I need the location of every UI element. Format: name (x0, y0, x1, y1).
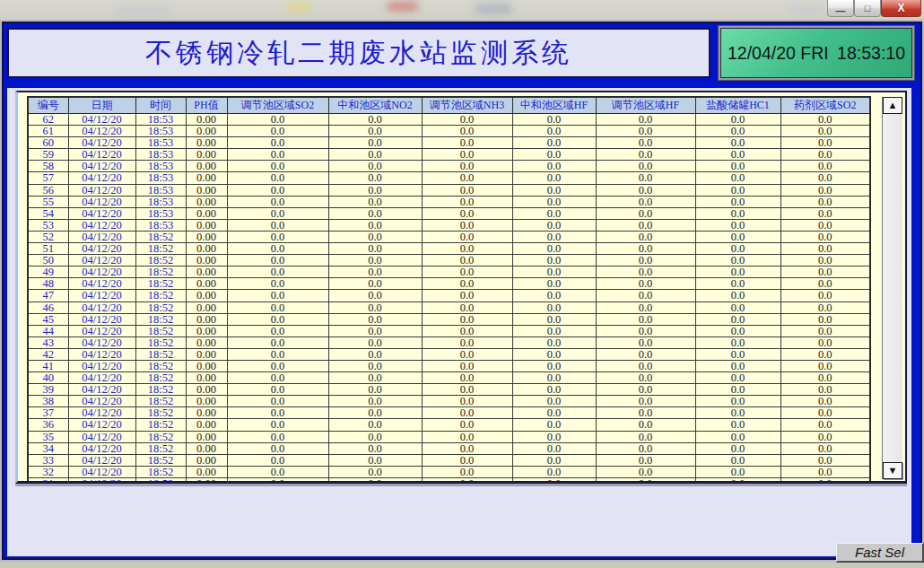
row-value: 0.0 (328, 231, 422, 242)
row-value: 0.0 (328, 267, 422, 278)
row-value: 0.0 (422, 301, 512, 313)
row-value: 0.0 (695, 396, 780, 407)
column-header: 中和池区域NO2 (328, 97, 422, 114)
row-id: 40 (28, 372, 68, 384)
fast-sel-label: Fast Sel (855, 545, 904, 560)
row-time: 18:52 (135, 407, 186, 419)
row-value: 0.0 (780, 466, 870, 477)
row-ph: 0.00 (186, 325, 227, 336)
row-value: 0.0 (695, 325, 780, 336)
scroll-up-button[interactable]: ▲ (883, 97, 902, 114)
row-value: 0.0 (780, 442, 870, 454)
row-value: 0.0 (780, 336, 870, 348)
row-value: 0.0 (780, 255, 870, 267)
row-value: 0.0 (596, 336, 695, 348)
row-id: 32 (28, 466, 68, 477)
row-value: 0.0 (512, 454, 596, 466)
row-value: 0.0 (596, 384, 695, 396)
row-id: 41 (28, 360, 68, 371)
table-row: 5804/12/2018:530.000.00.00.00.00.00.00.0 (28, 161, 870, 172)
row-value: 0.0 (596, 196, 695, 207)
row-date: 04/12/20 (68, 372, 135, 384)
table-row: 4104/12/2018:520.000.00.00.00.00.00.00.0 (28, 360, 870, 371)
scroll-up-icon: ▲ (888, 100, 898, 110)
row-value: 0.0 (780, 137, 870, 149)
row-time: 18:52 (135, 348, 186, 360)
scroll-down-button[interactable]: ▼ (883, 462, 902, 479)
row-ph: 0.00 (186, 477, 227, 482)
row-value: 0.0 (512, 290, 596, 301)
row-value: 0.0 (695, 477, 780, 482)
row-ph: 0.00 (186, 126, 227, 137)
row-date: 04/12/20 (68, 219, 135, 231)
restore-icon: □ (865, 4, 871, 13)
row-value: 0.0 (422, 231, 512, 242)
row-value: 0.0 (328, 348, 422, 360)
row-value: 0.0 (596, 407, 695, 419)
column-header: 调节池区域HF (596, 97, 695, 114)
row-date: 04/12/20 (68, 454, 135, 466)
row-time: 18:52 (135, 313, 186, 325)
close-icon: X (897, 3, 904, 13)
row-date: 04/12/20 (68, 172, 135, 184)
row-date: 04/12/20 (68, 161, 135, 172)
row-value: 0.0 (227, 172, 328, 184)
row-value: 0.0 (422, 466, 512, 477)
row-value: 0.0 (328, 243, 422, 255)
row-ph: 0.00 (186, 207, 227, 219)
row-ph: 0.00 (186, 419, 227, 431)
row-value: 0.0 (596, 313, 695, 325)
row-ph: 0.00 (186, 454, 227, 466)
background-blur-blob (287, 2, 310, 11)
row-ph: 0.00 (186, 407, 227, 419)
row-value: 0.0 (695, 137, 780, 149)
row-value: 0.0 (328, 336, 422, 348)
row-value: 0.0 (780, 207, 870, 219)
row-value: 0.0 (328, 431, 422, 442)
restore-button[interactable]: □ (854, 0, 881, 17)
row-value: 0.0 (695, 184, 780, 196)
row-time: 18:53 (135, 184, 186, 196)
row-value: 0.0 (695, 126, 780, 137)
fast-sel-button[interactable]: Fast Sel (836, 543, 924, 563)
row-time: 18:52 (135, 396, 186, 407)
background-blur-blob (388, 2, 418, 11)
column-header: 日期 (68, 97, 135, 114)
row-value: 0.0 (422, 219, 512, 231)
row-value: 0.0 (780, 360, 870, 371)
row-date: 04/12/20 (68, 360, 135, 371)
row-value: 0.0 (227, 267, 328, 278)
row-ph: 0.00 (186, 137, 227, 149)
row-value: 0.0 (422, 137, 512, 149)
row-id: 39 (28, 384, 68, 396)
row-date: 04/12/20 (68, 231, 135, 242)
background-blur-blob (789, 5, 825, 14)
row-id: 34 (28, 442, 68, 454)
row-date: 04/12/20 (68, 419, 135, 431)
row-value: 0.0 (512, 384, 596, 396)
row-value: 0.0 (422, 126, 512, 137)
row-value: 0.0 (780, 477, 870, 482)
close-button[interactable]: X (881, 0, 921, 17)
row-ph: 0.00 (186, 360, 227, 371)
row-id: 42 (28, 348, 68, 360)
table-row: 5704/12/2018:530.000.00.00.00.00.00.00.0 (28, 172, 870, 184)
minimize-icon: — (836, 6, 846, 16)
row-value: 0.0 (512, 149, 596, 161)
row-time: 18:52 (135, 442, 186, 454)
row-ph: 0.00 (186, 301, 227, 313)
row-value: 0.0 (422, 196, 512, 207)
table-row: 5404/12/2018:530.000.00.00.00.00.00.00.0 (28, 207, 870, 219)
row-date: 04/12/20 (68, 442, 135, 454)
row-value: 0.0 (780, 172, 870, 184)
row-value: 0.0 (596, 477, 695, 482)
minimize-button[interactable]: — (827, 0, 854, 17)
row-value: 0.0 (512, 442, 596, 454)
row-value: 0.0 (780, 396, 870, 407)
vertical-scrollbar[interactable]: ▲ ▼ (882, 97, 902, 479)
row-id: 50 (28, 255, 68, 267)
scrollbar-track[interactable] (883, 114, 902, 462)
row-time: 18:52 (135, 419, 186, 431)
row-value: 0.0 (695, 243, 780, 255)
table-row: 3904/12/2018:520.000.00.00.00.00.00.00.0 (28, 384, 870, 396)
